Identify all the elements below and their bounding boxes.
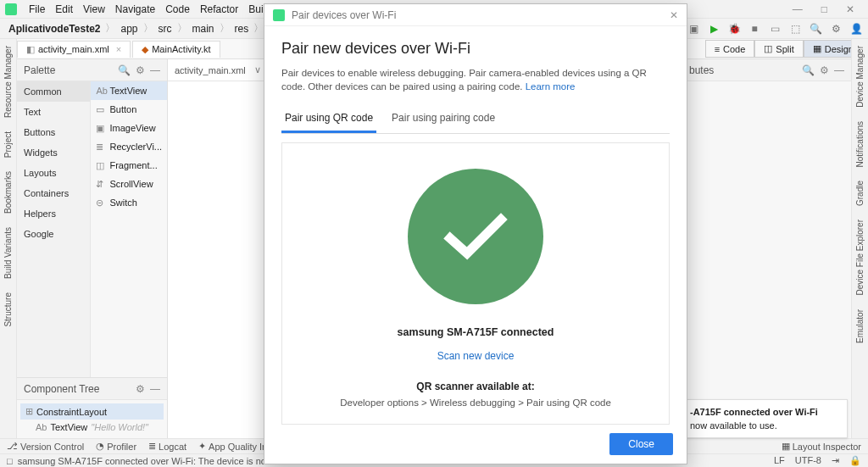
avatar-icon[interactable]: 👤	[849, 22, 863, 36]
breadcrumb-main[interactable]: main	[189, 23, 218, 35]
palette-cat-common[interactable]: Common	[17, 81, 90, 102]
rail-build-variants[interactable]: Build Variants	[3, 220, 13, 286]
right-tool-rail: Device Manager Notifications Gradle Devi…	[851, 39, 868, 452]
rail-device-manager[interactable]: Device Manager	[855, 39, 865, 114]
view-mode-code[interactable]: ≡Code	[705, 40, 755, 58]
palette-item-fragment[interactable]: ◫Fragment...	[91, 156, 167, 175]
stop-icon[interactable]: ■	[748, 22, 761, 36]
rail-device-file-explorer[interactable]: Device File Explorer	[855, 213, 865, 302]
palette-cat-google[interactable]: Google	[17, 224, 90, 244]
tab-label: activity_main.xml	[38, 44, 109, 54]
status-lock-icon[interactable]: 🔒	[849, 455, 861, 466]
palette-item-imageview[interactable]: ▣ImageView	[91, 119, 167, 137]
scan-new-device-link[interactable]: Scan new device	[437, 350, 515, 362]
xml-file-icon: ◧	[26, 44, 35, 55]
sdk-icon[interactable]: ⬚	[788, 22, 802, 36]
rail-structure[interactable]: Structure	[3, 286, 13, 334]
close-window-icon[interactable]: ✕	[841, 3, 860, 15]
rail-resource-manager[interactable]: Resource Manager	[3, 39, 13, 125]
palette-cat-buttons[interactable]: Buttons	[17, 122, 90, 142]
breadcrumb-res[interactable]: res	[231, 23, 253, 35]
maximize-icon[interactable]: □	[816, 3, 832, 15]
tool-version-control[interactable]: ⎇ Version Control	[7, 441, 84, 452]
breadcrumb-src[interactable]: src	[155, 23, 175, 35]
left-tool-rail: Resource Manager Project Bookmarks Build…	[0, 39, 17, 452]
debug-icon[interactable]: 🐞	[727, 22, 741, 36]
close-tab-icon[interactable]: ×	[116, 44, 121, 54]
status-message: samsung SM-A715F connected over Wi-Fi: T…	[18, 456, 300, 466]
tab-mainactivity[interactable]: ◆ MainActivity.kt	[132, 41, 220, 58]
menu-refactor[interactable]: Refactor	[195, 3, 243, 15]
dialog-description: Pair devices to enable wireless debuggin…	[281, 66, 670, 93]
tool-app-quality[interactable]: ✦ App Quality Insi	[198, 441, 274, 452]
rail-bookmarks[interactable]: Bookmarks	[3, 164, 13, 220]
status-encoding[interactable]: UTF-8	[795, 455, 821, 466]
connected-device-label: samsung SM-A715F connected	[398, 326, 554, 338]
gear-icon[interactable]: ⚙	[820, 64, 829, 76]
menu-file[interactable]: File	[24, 3, 50, 15]
palette-title: Palette	[24, 64, 55, 76]
gear-icon[interactable]: ⚙	[829, 22, 843, 36]
tab-pair-qr[interactable]: Pair using QR code	[281, 105, 376, 133]
rail-emulator[interactable]: Emulator	[855, 303, 865, 350]
dialog-window-title: Pair devices over Wi-Fi	[292, 9, 396, 21]
rail-notifications[interactable]: Notifications	[855, 114, 865, 174]
tool-logcat[interactable]: ≣ Logcat	[148, 441, 186, 452]
tool-profiler[interactable]: ◔ Profiler	[96, 441, 136, 452]
attributes-title: butes	[689, 64, 714, 76]
avd-icon[interactable]: ▭	[768, 22, 782, 36]
tool-layout-inspector[interactable]: ▦ Layout Inspector	[782, 441, 861, 452]
palette-cat-widgets[interactable]: Widgets	[17, 142, 90, 163]
palette-item-recyclerview[interactable]: ≣RecyclerVi...	[91, 137, 167, 156]
minimize-panel-icon[interactable]: —	[150, 64, 160, 76]
minimize-panel-icon[interactable]: —	[834, 64, 844, 76]
run-icon[interactable]: ▶	[707, 22, 721, 36]
palette-cat-layouts[interactable]: Layouts	[17, 163, 90, 183]
palette-item-textview[interactable]: AbTextView	[91, 81, 167, 100]
learn-more-link[interactable]: Learn more	[526, 81, 576, 92]
pair-result-panel: samsung SM-A715F connected Scan new devi…	[281, 142, 670, 425]
palette-item-scrollview[interactable]: ⇵ScrollView	[91, 175, 167, 193]
qr-path-label: Developer options > Wireless debugging >…	[340, 398, 611, 408]
search-icon[interactable]: 🔍	[118, 64, 131, 76]
gear-icon[interactable]: ⚙	[136, 383, 145, 395]
tab-activity-main[interactable]: ◧ activity_main.xml ×	[17, 41, 131, 58]
palette-item-switch[interactable]: ⊝Switch	[91, 193, 167, 212]
search-icon[interactable]: 🔍	[809, 22, 822, 36]
menu-navigate[interactable]: Navigate	[110, 3, 160, 15]
minimize-panel-icon[interactable]: —	[150, 383, 160, 395]
qr-available-label: QR scanner available at:	[416, 381, 534, 392]
rail-project[interactable]: Project	[3, 125, 13, 164]
palette-cat-containers[interactable]: Containers	[17, 183, 90, 203]
tab-pair-code[interactable]: Pair using pairing code	[388, 105, 498, 133]
text-icon: Ab	[36, 422, 47, 432]
palette-item-button[interactable]: ▭Button	[91, 100, 167, 119]
notification-popup: -A715F connected over Wi-Fi now availabl…	[682, 399, 848, 438]
palette-cat-text[interactable]: Text	[17, 102, 90, 122]
rail-gradle[interactable]: Gradle	[855, 174, 865, 213]
menu-code[interactable]: Code	[160, 3, 195, 15]
palette-cat-helpers[interactable]: Helpers	[17, 203, 90, 224]
notification-body: now available to use.	[690, 420, 840, 431]
android-logo-icon	[273, 9, 285, 21]
success-check-icon	[408, 169, 543, 304]
device-icon[interactable]: ▣	[687, 22, 700, 36]
design-file-name[interactable]: activity_main.xml	[175, 65, 246, 75]
tree-root[interactable]: ⊞ ConstraintLayout	[20, 403, 164, 420]
close-button[interactable]: Close	[609, 433, 673, 455]
menu-view[interactable]: View	[78, 3, 110, 15]
breadcrumb-app[interactable]: app	[117, 23, 141, 35]
layout-icon: ⊞	[25, 406, 33, 417]
gear-icon[interactable]: ⚙	[136, 64, 145, 76]
tree-child[interactable]: Ab TextView "Hello World!"	[20, 420, 164, 435]
minimize-icon[interactable]: —	[787, 3, 808, 15]
palette-panel: Palette 🔍 ⚙ — Common Text Buttons Widget…	[17, 59, 168, 438]
view-mode-split[interactable]: ◫Split	[754, 40, 803, 58]
status-indent-icon[interactable]: ⇥	[832, 455, 839, 466]
menu-edit[interactable]: Edit	[50, 3, 78, 15]
breadcrumb-project[interactable]: AplicativodeTeste2	[5, 23, 103, 35]
status-lf[interactable]: LF	[774, 455, 785, 466]
notification-title: -A715F connected over Wi-Fi	[690, 407, 840, 417]
close-dialog-icon[interactable]: ✕	[670, 9, 678, 21]
search-icon[interactable]: 🔍	[802, 64, 815, 76]
